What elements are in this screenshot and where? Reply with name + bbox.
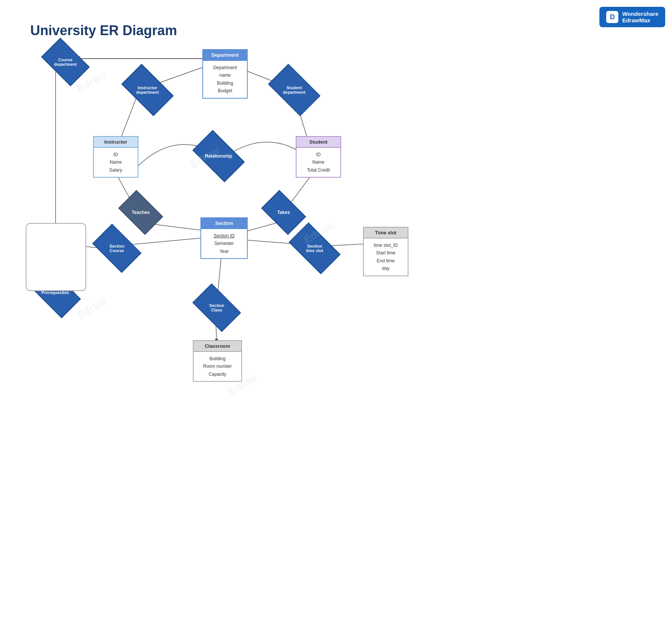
section-body: Section IDSemesterYear bbox=[201, 228, 247, 258]
timeslot-entity: Time slot time slot_IDStart timeEnd time… bbox=[363, 227, 408, 276]
department-header: Department bbox=[203, 50, 247, 60]
course-department-diamond: Coursedepartment bbox=[45, 48, 86, 76]
instructor-header: Instructor bbox=[94, 137, 138, 147]
section-class-diamond: SectionClass bbox=[196, 294, 237, 321]
student-entity: Student IDNameTotal Credit bbox=[296, 136, 341, 178]
student-department-diamond: Studentdepartment bbox=[272, 76, 317, 104]
takes-diamond: Takes bbox=[265, 200, 303, 225]
section-timeslot-diamond: Sectiontime slot bbox=[292, 234, 337, 262]
brand-logo: D bbox=[606, 11, 618, 23]
classroom-body: BuildingRoom numberCapacity bbox=[194, 351, 241, 381]
instructor-department-diamond: Instructordepartment bbox=[125, 76, 170, 104]
instructor-entity: Instructor IDNameSalary bbox=[93, 136, 138, 178]
classroom-header: Classroom bbox=[194, 341, 241, 351]
section-course-diamond: SectionCourse bbox=[96, 234, 138, 262]
department-body: Department nameBuildingBudget bbox=[203, 60, 247, 98]
instructor-body: IDNameSalary bbox=[94, 147, 138, 177]
diagram-lines bbox=[0, 0, 672, 632]
relationship-diamond: Relationship bbox=[196, 142, 241, 170]
timeslot-header: Time slot bbox=[364, 228, 408, 238]
section-entity: Section Section IDSemesterYear bbox=[200, 217, 248, 259]
department-entity: Department Department nameBuildingBudget bbox=[202, 49, 248, 99]
svg-line-9 bbox=[127, 238, 200, 245]
student-header: Student bbox=[296, 137, 340, 147]
student-body: IDNameTotal Credit bbox=[296, 147, 340, 177]
section-header: Section bbox=[201, 218, 247, 228]
branding-badge: D Wondershare EdrawMax bbox=[599, 7, 665, 27]
brand-text: Wondershare EdrawMax bbox=[622, 11, 658, 23]
prerequisites-loop bbox=[26, 223, 86, 291]
classroom-entity: Classroom BuildingRoom numberCapacity bbox=[193, 340, 242, 382]
timeslot-body: time slot_IDStart timeEnd timeday bbox=[364, 238, 408, 276]
diagram-title: University ER Diagram bbox=[30, 23, 177, 39]
teaches-diamond: Teaches bbox=[122, 200, 160, 225]
